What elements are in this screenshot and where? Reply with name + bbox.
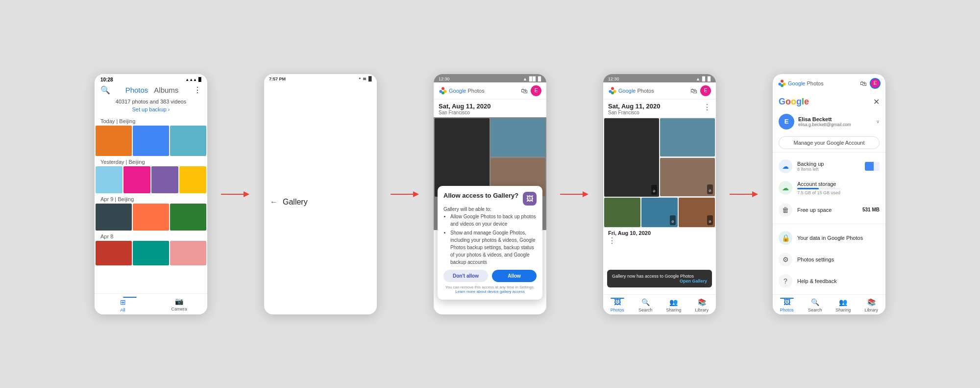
photo-thumb[interactable] [170,204,206,231]
photo-thumb[interactable] [96,204,132,231]
svg-point-19 [779,82,782,85]
photo-thumb[interactable] [96,241,132,265]
tab-photos4[interactable]: 🖼 Photos [603,298,632,312]
storage-fill [797,188,819,189]
today-photos [95,126,207,156]
arrow-svg2 [391,187,420,202]
tab-sharing5[interactable]: 👥 Sharing [829,298,858,312]
screen4-phone: 12:30 ▲ ▉ ▉ Google Photos 🛍 E [603,74,716,314]
back-icon[interactable]: ← [270,198,278,207]
open-gallery-button[interactable]: Open Gallery [680,279,707,284]
backing-up-text: Backing up 8 items left [797,161,824,172]
arrow2 [391,187,420,202]
free-up-space-item[interactable]: 🗑 Free up space 531 MB [773,199,885,221]
google-photos-logo4: Google Photos [608,86,654,95]
shopping-bag-icon4[interactable]: 🛍 [690,87,697,95]
backing-up-item[interactable]: ☁ Backing up 8 items left [773,155,885,177]
photos-settings-text: Photos settings [797,257,834,262]
tab-search5[interactable]: 🔍 Search [801,298,830,312]
photo-thumb[interactable] [133,204,169,231]
header-icons4: 🛍 E [690,85,711,96]
tab-camera[interactable]: 📷 Camera [151,297,207,312]
battery-icon3: ▉ [538,77,541,81]
more-icon4b[interactable]: ⋮ [608,236,616,245]
more-icon[interactable]: ⋮ [194,85,201,95]
storage-sub: 7.5 GB of 15 GB used [797,190,840,195]
gallery-title: Gallery [283,198,308,207]
close-icon[interactable]: ✕ [873,97,880,106]
photo-badge4: ⊘ [707,215,713,225]
photo-thumb[interactable] [133,126,169,156]
photo-thumb[interactable] [133,241,169,265]
tab-search4[interactable]: 🔍 Search [632,298,660,312]
library-icon4: 📚 [697,298,706,307]
photos-tab[interactable]: Photos [125,86,148,94]
photo-thumb[interactable] [96,126,132,156]
photo-thumb[interactable] [170,126,206,156]
help-item[interactable]: ? Help & feedback [773,270,885,292]
car-photo: ⊘ [679,198,715,227]
screen4-time: 12:30 [608,77,619,81]
search-icon4: 🔍 [641,298,650,307]
date-section: Sat, Aug 11, 2020 San Francisco [434,100,546,117]
manage-account-button[interactable]: Manage your Google Account [779,136,880,149]
chevron-down-icon: ∨ [876,119,880,124]
photo-row4: ⊘ ⊘ [603,198,716,228]
photo-thumb[interactable] [123,166,150,193]
photos-icon4: 🖼 [613,298,622,307]
search-icon[interactable]: 🔍 [100,85,110,95]
library-icon5: 📚 [867,298,876,307]
free-up-title: Free up space [797,207,832,213]
user-avatar4[interactable]: E [700,85,711,96]
backup-preview [865,162,880,171]
albums-tab[interactable]: Albums [154,86,178,94]
photos-settings-item[interactable]: ⚙ Photos settings [773,249,885,270]
dont-allow-button[interactable]: Don't allow [443,270,488,282]
divider1 [773,152,885,153]
svg-point-9 [440,90,442,93]
photo-thumb[interactable] [179,166,206,193]
screen5-gp-header: Google Photos 🛍 E [773,74,885,93]
user-avatar5[interactable]: E [870,78,881,89]
allow-button[interactable]: Allow [492,270,537,282]
sharing-icon4: 👥 [669,298,678,307]
section-yesterday: Yesterday | Beijing [95,157,207,166]
dog-photo4: ⊘ [604,118,659,197]
screen5-bottom-tabs: 🖼 Photos 🔍 Search 👥 Sharing 📚 Library [773,294,885,314]
section-apr8: Apr 8 [95,232,207,241]
account-storage-item[interactable]: ☁ Account storage 7.5 GB of 15 GB used [773,177,885,199]
tab-all[interactable]: ⊞ All [95,297,151,312]
backup-link[interactable]: Set up backup › [95,106,207,116]
screen2-phone: 7:57 PM * ≋ ▉ ← Gallery Back up to Goo [264,74,377,314]
header-icons5: 🛍 E [860,78,881,89]
photos-settings-title: Photos settings [797,257,834,262]
your-data-item[interactable]: 🔒 Your data in Google Photos [773,227,885,249]
shopping-bag-icon[interactable]: 🛍 [521,87,528,95]
tab-library5[interactable]: 📚 Library [858,298,886,312]
status-icons: * ≋ ▉ [359,77,372,81]
trash-icon: 🗑 [779,203,792,217]
park-photo [604,198,640,227]
photo-thumb[interactable] [170,241,206,265]
learn-more-link[interactable]: Learn more about device gallery access [455,289,524,294]
tab-sharing4[interactable]: 👥 Sharing [660,298,688,312]
tab-library4[interactable]: 📚 Library [688,298,716,312]
section-today: Today | Beijing [95,116,207,126]
google-logo: Google [779,97,809,107]
screen3-statusbar: 12:30 ▲ ▉▉ ▉ [434,74,546,82]
tab-photos5[interactable]: 🖼 Photos [773,298,801,312]
search5-label: Search [808,308,822,312]
camera-icon: 📷 [175,297,184,306]
header-icons: 🛍 E [521,85,541,96]
backing-up-sub: 8 items left [797,167,824,172]
user-avatar3[interactable]: E [531,85,541,96]
no-backup-icon4: ⊘ [709,220,711,223]
photo-thumb[interactable] [151,166,178,193]
shopping-bag-icon5[interactable]: 🛍 [860,79,867,87]
fri-label: Fri, Aug 10, 2020 [608,230,711,236]
bullet1: Allow Google Photos to back up photos an… [450,213,537,228]
more-icon4[interactable]: ⋮ [703,103,711,112]
photo-thumb[interactable] [96,166,122,193]
date-section4: Sat, Aug 11, 2020 San Francisco ⋮ [603,100,716,117]
wifi-icon2: ≋ [363,77,367,81]
